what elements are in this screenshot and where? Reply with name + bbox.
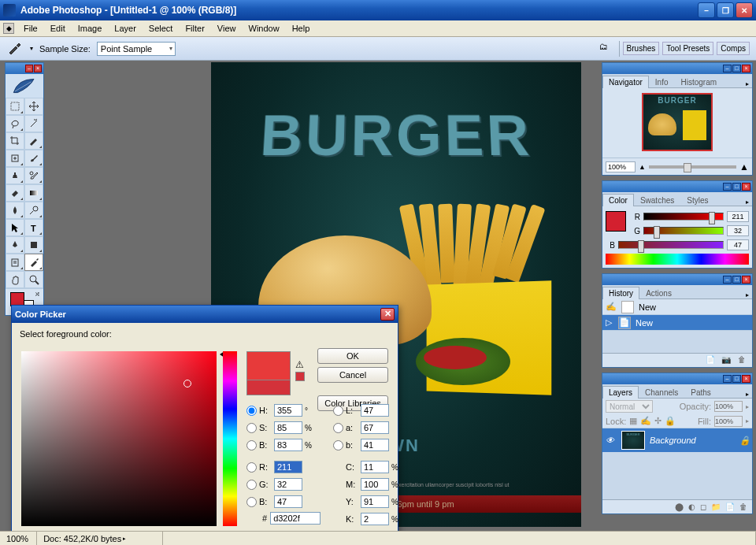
- blend-mode-dropdown[interactable]: Normal: [606, 400, 653, 413]
- tab-actions[interactable]: Actions: [639, 287, 678, 299]
- status-zoom[interactable]: 100%: [0, 532, 37, 545]
- g-value[interactable]: 32: [727, 225, 749, 236]
- lock-pixels-icon[interactable]: ✍: [640, 416, 651, 426]
- old-color-swatch[interactable]: [246, 380, 291, 395]
- r-value[interactable]: 211: [727, 211, 749, 222]
- panel-minimize-icon[interactable]: –: [723, 375, 732, 383]
- menu-view[interactable]: View: [211, 22, 243, 35]
- panel-close-icon[interactable]: ×: [742, 375, 750, 383]
- cancel-button[interactable]: Cancel: [317, 367, 388, 383]
- hex-field[interactable]: [270, 512, 321, 525]
- opacity-arrow-icon[interactable]: ▸: [746, 403, 749, 410]
- history-snapshot-row[interactable]: ✍New: [602, 299, 752, 315]
- hue-slider[interactable]: [223, 351, 237, 526]
- eyedropper-tool[interactable]: [24, 254, 43, 271]
- menu-window[interactable]: Window: [243, 22, 286, 35]
- zoom-out-icon[interactable]: ▲: [639, 163, 646, 171]
- navigator-thumbnail[interactable]: BURGER: [642, 93, 713, 151]
- menu-image[interactable]: Image: [72, 22, 109, 35]
- tab-history[interactable]: History: [602, 287, 639, 299]
- color-foreground-swatch[interactable]: [606, 211, 626, 232]
- gamut-warning-icon[interactable]: ⚠: [295, 359, 304, 370]
- panel-close-icon[interactable]: ×: [742, 65, 750, 72]
- palette-well-icon[interactable]: 🗂: [598, 41, 616, 57]
- c-field[interactable]: [361, 461, 389, 473]
- fill-arrow-icon[interactable]: ▸: [746, 417, 749, 425]
- tab-swatches[interactable]: Swatches: [634, 194, 680, 206]
- zoom-tool[interactable]: [24, 271, 43, 288]
- tab-histogram[interactable]: Histogram: [675, 76, 724, 88]
- tools-minimize-icon[interactable]: –: [25, 65, 33, 72]
- crop-tool[interactable]: [6, 132, 24, 150]
- tab-layers[interactable]: Layers: [602, 386, 639, 399]
- link-icon[interactable]: ⬤: [675, 502, 684, 511]
- clone-stamp-tool[interactable]: [6, 167, 24, 184]
- new-snapshot-icon[interactable]: 📷: [721, 355, 732, 366]
- panel-maximize-icon[interactable]: □: [732, 183, 741, 191]
- bv-field[interactable]: [274, 439, 302, 451]
- s-radio[interactable]: [246, 423, 257, 433]
- panel-maximize-icon[interactable]: □: [732, 65, 741, 72]
- h-radio[interactable]: [246, 406, 257, 416]
- r-radio[interactable]: [246, 462, 257, 473]
- a-field[interactable]: [361, 421, 389, 434]
- close-button[interactable]: ✕: [736, 2, 753, 18]
- b-slider[interactable]: [618, 241, 724, 249]
- blur-tool[interactable]: [6, 202, 24, 219]
- panel-minimize-icon[interactable]: –: [723, 276, 732, 284]
- history-brush-tool[interactable]: [24, 167, 43, 184]
- panel-close-icon[interactable]: ×: [742, 276, 750, 284]
- ok-button[interactable]: OK: [317, 348, 388, 364]
- lasso-tool[interactable]: [6, 115, 24, 132]
- panel-minimize-icon[interactable]: –: [723, 183, 732, 191]
- shape-tool[interactable]: [24, 236, 43, 254]
- tab-info[interactable]: Info: [649, 76, 675, 88]
- status-doc-size[interactable]: Doc: 452,2K/0 bytes▸: [37, 532, 163, 545]
- tools-close-icon[interactable]: ×: [34, 65, 42, 72]
- panel-menu-icon[interactable]: ▸: [743, 291, 752, 298]
- brush-source-icon[interactable]: ✍: [606, 302, 617, 312]
- swap-colors-icon[interactable]: ⤭: [35, 291, 40, 298]
- move-tool[interactable]: [24, 98, 43, 115]
- dialog-title-bar[interactable]: Color Picker ✕: [12, 306, 398, 323]
- g-radio[interactable]: [246, 480, 257, 490]
- trash-icon[interactable]: 🗑: [736, 355, 747, 366]
- menu-layer[interactable]: Layer: [108, 22, 143, 35]
- a-radio[interactable]: [333, 423, 343, 433]
- color-spectrum[interactable]: [606, 254, 749, 265]
- tab-paths[interactable]: Paths: [684, 386, 717, 399]
- r-slider[interactable]: [643, 213, 724, 221]
- menu-select[interactable]: Select: [143, 22, 180, 35]
- navigator-zoom-input[interactable]: [606, 161, 636, 172]
- new-group-icon[interactable]: 📁: [711, 502, 721, 511]
- layer-row-background[interactable]: 👁 Background 🔒: [602, 428, 752, 452]
- healing-brush-tool[interactable]: [6, 150, 24, 167]
- eye-icon[interactable]: 👁: [606, 436, 617, 445]
- menu-file[interactable]: File: [17, 22, 44, 35]
- tab-channels[interactable]: Channels: [639, 386, 684, 399]
- new-document-icon[interactable]: 📄: [705, 355, 716, 366]
- zoom-in-icon[interactable]: ▲: [739, 161, 749, 172]
- eraser-tool[interactable]: [6, 184, 24, 202]
- marquee-tool[interactable]: [6, 98, 24, 115]
- doc-icon[interactable]: ◆: [3, 23, 14, 34]
- history-state-row[interactable]: ▷📄New: [602, 315, 752, 331]
- notes-tool[interactable]: [6, 254, 24, 271]
- lab-b-field[interactable]: [361, 439, 389, 451]
- sample-size-dropdown[interactable]: Point Sample: [97, 42, 176, 56]
- new-layer-icon[interactable]: 📄: [725, 502, 735, 511]
- panel-menu-icon[interactable]: ▸: [743, 391, 752, 398]
- b-value[interactable]: 47: [727, 239, 749, 250]
- r-field[interactable]: [274, 461, 302, 473]
- g-field[interactable]: [274, 478, 302, 491]
- menu-filter[interactable]: Filter: [179, 22, 210, 35]
- l-field[interactable]: [361, 404, 389, 417]
- lock-all-icon[interactable]: 🔒: [665, 416, 676, 426]
- panel-menu-icon[interactable]: ▸: [743, 198, 752, 206]
- fill-input[interactable]: [714, 416, 743, 427]
- eyedropper-tool-icon[interactable]: [6, 42, 24, 56]
- path-selection-tool[interactable]: [6, 219, 24, 236]
- panel-menu-icon[interactable]: ▸: [743, 80, 752, 87]
- gradient-tool[interactable]: [24, 184, 43, 202]
- brushes-tab[interactable]: Brushes: [623, 42, 660, 55]
